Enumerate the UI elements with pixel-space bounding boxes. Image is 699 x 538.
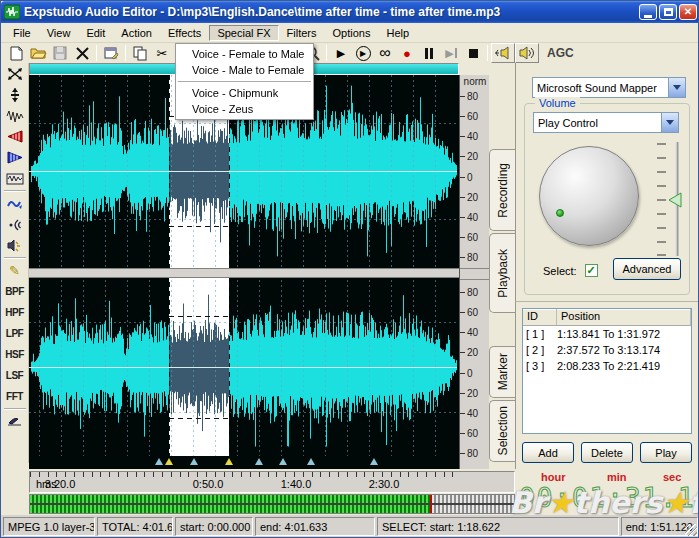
menu-item-voice-male-to-female[interactable]: Voice - Male to Female <box>176 62 313 78</box>
fade-in-button[interactable] <box>2 147 28 168</box>
play-selection-button[interactable]: Play <box>640 442 692 463</box>
new-file-button[interactable] <box>5 44 27 62</box>
loop-icon: ∞ <box>379 45 390 61</box>
waveform-icon <box>6 109 24 123</box>
record-button[interactable]: ● <box>396 44 418 62</box>
stop-button[interactable] <box>462 44 484 62</box>
toolbar-separator <box>96 45 97 61</box>
slider-handle[interactable] <box>669 193 681 207</box>
volume-slider[interactable] <box>655 138 683 260</box>
copy-icon <box>133 46 148 61</box>
column-position[interactable]: Position <box>557 309 691 325</box>
play-all-button[interactable]: ▶ <box>352 44 374 62</box>
select-label: Select: <box>543 265 577 277</box>
close-button[interactable]: ✕ <box>679 4 697 20</box>
advanced-button[interactable]: Advanced <box>613 258 681 280</box>
tick-label: 20 <box>467 151 478 162</box>
tab-recording[interactable]: Recording <box>489 149 515 231</box>
tab-selection[interactable]: Selection <box>489 400 515 462</box>
ruler-labels: 0:50.01:40.02:30.03:20.0 <box>30 478 514 492</box>
tab-playback[interactable]: Playback <box>489 233 515 313</box>
filter-fft-button[interactable]: FFT <box>2 386 28 407</box>
volume-knob[interactable] <box>539 146 639 246</box>
filter-hsf-button[interactable]: HSF <box>2 344 28 365</box>
resize-grip[interactable] <box>685 524 697 536</box>
menu-effects[interactable]: Effects <box>160 25 209 41</box>
noise-reduce-button[interactable] <box>2 193 28 214</box>
menu-filters[interactable]: Filters <box>279 25 325 41</box>
center-line-button[interactable] <box>2 84 28 105</box>
draw-button[interactable]: ✎ <box>2 260 28 281</box>
add-button[interactable]: Add <box>522 442 574 463</box>
menu-special-fx[interactable]: Special FX <box>209 25 278 41</box>
cut-button[interactable]: ✂ <box>151 44 173 62</box>
device-panel: Microsoft Sound Mapper Volume Play Contr… <box>515 63 698 301</box>
ruler-label: 2:30.0 <box>354 478 414 490</box>
play-button[interactable]: ▶ <box>330 44 352 62</box>
scale-top-channel: 80604020020406080 <box>460 91 490 263</box>
menu-file[interactable]: File <box>5 25 39 41</box>
agc-toggle[interactable]: AGC <box>547 46 574 60</box>
fade-out-button[interactable] <box>2 126 28 147</box>
delete-selection-button[interactable]: Delete <box>581 442 633 463</box>
monitor-input-button[interactable] <box>491 43 515 63</box>
save-disk-icon <box>53 46 67 60</box>
properties-button[interactable] <box>100 44 122 62</box>
list-item[interactable]: [ 1 ] 1:13.841 To 1:31.972 <box>523 326 691 342</box>
echo-button[interactable] <box>2 214 28 235</box>
menu-options[interactable]: Options <box>325 25 379 41</box>
tick-label: 40 <box>467 212 478 223</box>
amplify-button[interactable] <box>2 105 28 126</box>
voice-fx-button[interactable] <box>2 235 28 256</box>
listview-header: ID Position <box>523 309 691 326</box>
delete-button[interactable] <box>71 44 93 62</box>
toolbar-separator <box>125 45 126 61</box>
menu-edit[interactable]: Edit <box>78 25 113 41</box>
selection-listview[interactable]: ID Position [ 1 ] 1:13.841 To 1:31.972 [… <box>522 308 692 434</box>
volume-select[interactable]: Play Control <box>533 112 679 133</box>
zoom-fit-button[interactable] <box>2 63 28 84</box>
menu-action[interactable]: Action <box>113 25 160 41</box>
filter-lsf-button[interactable]: LSF <box>2 365 28 386</box>
menu-help[interactable]: Help <box>378 25 417 41</box>
signature-button[interactable] <box>2 411 28 432</box>
list-item[interactable]: [ 3 ] 2:08.233 To 2:21.419 <box>523 358 691 374</box>
copy-button[interactable] <box>129 44 151 62</box>
open-file-button[interactable] <box>27 44 49 62</box>
menu-item-voice-chipmunk[interactable]: Voice - Chipmunk <box>176 85 313 101</box>
menu-item-voice-female-to-male[interactable]: Voice - Female to Male <box>176 46 313 62</box>
tick-label: 20 <box>467 192 478 203</box>
close-icon: ✕ <box>684 7 692 17</box>
pencil-icon: ✎ <box>9 263 20 278</box>
pause-button[interactable] <box>418 44 440 62</box>
save-button[interactable] <box>49 44 71 62</box>
filter-lpf-button[interactable]: LPF <box>2 323 28 344</box>
monitor-output-button[interactable] <box>515 43 539 63</box>
tick-label: 60 <box>467 232 478 243</box>
time-ruler[interactable]: 0:50.01:40.02:30.03:20.0 hms <box>29 471 515 493</box>
ruler-ticks <box>30 472 460 477</box>
column-id[interactable]: ID <box>523 309 557 325</box>
menu-view[interactable]: View <box>39 25 79 41</box>
tick-label: 0 <box>467 368 473 379</box>
loop-button[interactable]: ∞ <box>374 44 396 62</box>
chevron-down-icon[interactable] <box>661 113 678 132</box>
normalize-button[interactable] <box>2 168 28 189</box>
list-item[interactable]: [ 2 ] 2:37.572 To 3:13.174 <box>523 342 691 358</box>
maximize-button[interactable] <box>659 4 677 20</box>
filter-hpf-button[interactable]: HPF <box>2 302 28 323</box>
title-bar[interactable]: Expstudio Audio Editor - D:\mp3\English.… <box>1 1 699 23</box>
filter-bpf-button[interactable]: BPF <box>2 281 28 302</box>
step-button[interactable]: ▶ <box>440 44 462 62</box>
minimize-button[interactable] <box>639 4 657 20</box>
tab-marker[interactable]: Marker <box>489 346 515 398</box>
waveform-canvas[interactable] <box>29 75 459 469</box>
window-title: Expstudio Audio Editor - D:\mp3\English.… <box>24 5 637 19</box>
volume-group: Volume Play Control <box>524 103 690 295</box>
chevron-down-icon[interactable] <box>668 78 685 97</box>
select-checkbox[interactable]: ✓ <box>585 264 598 277</box>
menu-item-voice-zeus[interactable]: Voice - Zeus <box>176 101 313 117</box>
device-select[interactable]: Microsoft Sound Mapper <box>532 77 686 98</box>
ruler-label: 0:50.0 <box>178 478 238 490</box>
waveform-display[interactable] <box>29 75 459 469</box>
